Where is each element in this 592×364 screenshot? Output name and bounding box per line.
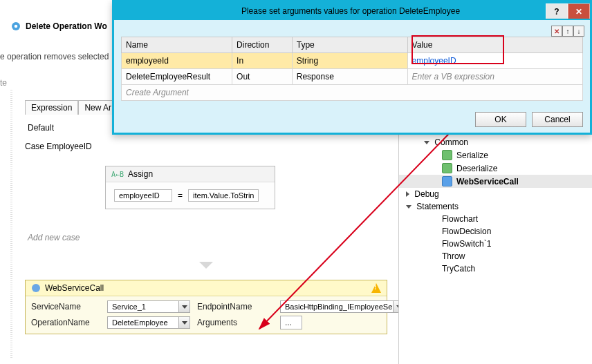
endpointname-label: EndpointName (197, 302, 273, 312)
case-label[interactable]: Case EmployeeID (25, 142, 92, 151)
operationname-value: DeleteEmployee (108, 317, 178, 328)
chevron-down-icon (197, 260, 215, 271)
dialog-title-bar[interactable]: Please set arguments values for operatio… (114, 2, 590, 20)
expand-icon (424, 141, 429, 144)
col-value[interactable]: Value (407, 37, 582, 53)
move-up-button[interactable]: ↑ (562, 26, 573, 37)
value-input[interactable] (408, 53, 582, 68)
toolbox-label: TryCatch (442, 264, 475, 274)
toolbox-label: Common (434, 137, 468, 147)
cell-value[interactable] (407, 53, 582, 69)
cell-name[interactable]: employeeId (122, 53, 232, 69)
page-hint: te (0, 78, 7, 88)
add-case-hint[interactable]: Add new case (28, 233, 80, 242)
assign-to-field[interactable]: employeeID (114, 189, 172, 202)
webservicecall-activity[interactable]: WebServiceCall ServiceName Service_1 End… (25, 280, 387, 334)
servicename-value: Service_1 (108, 301, 178, 312)
arguments-button[interactable]: ... (280, 316, 302, 329)
toolbox-item-flowchart[interactable]: Flowchart (399, 213, 592, 225)
toolbox-label: Flowchart (442, 214, 478, 224)
toolbox-item-flowdecision[interactable]: FlowDecision (399, 225, 592, 238)
assign-activity[interactable]: A←B Assign employeeID = item.Value.ToStr… (105, 166, 275, 209)
col-direction[interactable]: Direction (232, 37, 293, 53)
toolbox-label: FlowDecision (442, 227, 491, 236)
ok-button[interactable]: OK (475, 112, 526, 127)
servicename-label: ServiceName (31, 302, 100, 312)
toolbox-item-webservicecall[interactable]: WebServiceCall (399, 175, 592, 188)
toolbox-item-throw[interactable]: Throw (399, 250, 592, 262)
cell-type[interactable]: String (292, 53, 407, 69)
svg-marker-2 (199, 262, 213, 269)
expand-icon (406, 205, 411, 209)
toolbox-label: Debug (414, 189, 438, 199)
col-type[interactable]: Type (292, 37, 407, 53)
cell-direction[interactable]: In (232, 53, 293, 69)
collapse-icon (406, 191, 409, 197)
dialog-title: Please set arguments values for operatio… (156, 6, 546, 16)
deserialize-icon (442, 163, 452, 173)
toolbox-label: Throw (442, 251, 465, 261)
move-down-button[interactable]: ↓ (573, 26, 584, 37)
servicename-combo[interactable]: Service_1 (107, 300, 190, 313)
cell-type[interactable]: Response (292, 69, 407, 85)
cell-value-placeholder[interactable]: Enter a VB expression (407, 69, 582, 85)
col-name[interactable]: Name (122, 37, 232, 53)
toolbox-label: Deserialize (456, 164, 497, 173)
create-argument-row[interactable]: Create Argument (122, 85, 583, 101)
wsc-title: WebServiceCall (45, 283, 104, 293)
wsc-icon (31, 283, 41, 293)
page-title: Delete Operation Wo (26, 21, 107, 31)
endpointname-combo[interactable]: BasicHttpBinding_IEmployeeService (280, 300, 405, 313)
arg-row-result[interactable]: DeleteEmployeeResult Out Response Enter … (122, 69, 583, 85)
servicename-dropdown-btn[interactable] (178, 301, 189, 312)
cell-direction[interactable]: Out (232, 69, 293, 85)
toolbox-group-statements[interactable]: Statements (399, 200, 592, 213)
operationname-combo[interactable]: DeleteEmployee (107, 316, 190, 329)
operationname-dropdown-btn[interactable] (178, 317, 189, 328)
svg-point-1 (15, 25, 18, 28)
mini-toolbar: ✕ ↑ ↓ (551, 26, 584, 37)
arguments-table[interactable]: Name Direction Type Value employeeId In … (121, 37, 583, 101)
cancel-button[interactable]: Cancel (532, 112, 583, 127)
operationname-label: OperationName (31, 318, 100, 327)
toolbox-label: Serialize (456, 151, 488, 160)
tab-expression[interactable]: Expression (25, 100, 78, 115)
workflow-icon (10, 21, 21, 32)
svg-point-3 (32, 284, 40, 292)
assign-title: Assign (128, 169, 153, 179)
toolbox-item-flowswitch[interactable]: FlowSwitch`1 (399, 238, 592, 250)
equals-sign: = (178, 191, 183, 200)
warning-icon (371, 283, 381, 293)
assign-icon: A←B (111, 171, 124, 178)
toolbox-group-debug[interactable]: Debug (399, 188, 592, 200)
switch-tabs: Expression New Ar (25, 100, 118, 115)
arg-row-employeeid[interactable]: employeeId In String (122, 53, 583, 69)
toolbox-label: Statements (416, 202, 459, 211)
serialize-icon (442, 150, 452, 160)
help-button[interactable]: ? (546, 3, 568, 19)
set-arguments-dialog: Please set arguments values for operatio… (112, 0, 592, 135)
toolbox-item-deserialize[interactable]: Deserialize (399, 162, 592, 175)
assign-value-field[interactable]: item.Value.ToStrin (188, 189, 259, 202)
activity-border (10, 90, 12, 359)
toolbox-label: FlowSwitch`1 (442, 239, 491, 249)
toolbox-group-common[interactable]: Common (399, 136, 592, 149)
toolbox-item-trycatch[interactable]: TryCatch (399, 262, 592, 275)
close-button[interactable]: ✕ (568, 3, 590, 19)
page-desc: e operation removes selected (0, 52, 109, 61)
cell-name[interactable]: DeleteEmployeeResult (122, 69, 232, 85)
toolbox-label: WebServiceCall (456, 177, 519, 186)
delete-arg-button[interactable]: ✕ (551, 26, 562, 37)
default-label: Default (28, 123, 54, 133)
wsc-icon (442, 176, 452, 186)
arguments-label: Arguments (197, 318, 273, 327)
endpointname-value: BasicHttpBinding_IEmployeeService (281, 301, 393, 312)
toolbox-item-serialize[interactable]: Serialize (399, 149, 592, 162)
arguments-button-label: ... (281, 316, 296, 329)
